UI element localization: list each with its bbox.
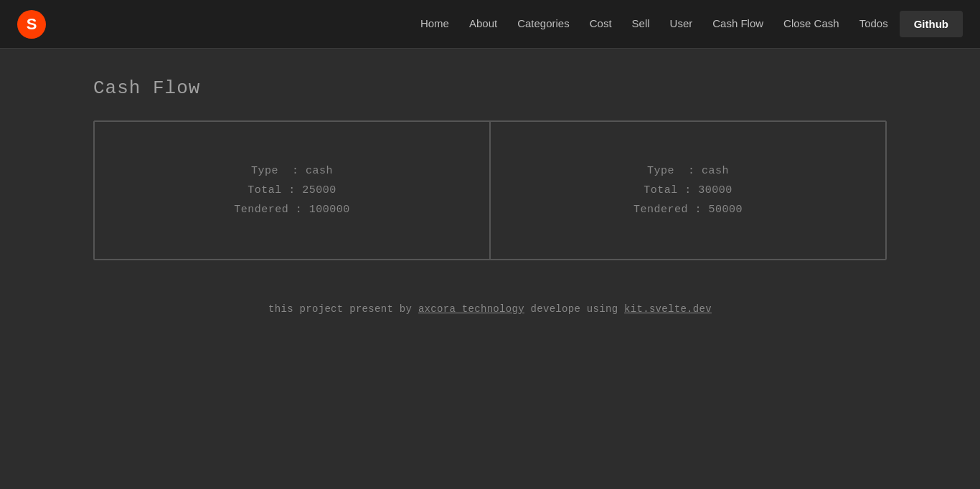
footer-text-middle: develope using <box>524 303 624 315</box>
card-1: Type : cash Total : 25000 Tendered : 100… <box>94 121 490 260</box>
navbar: S Home About Categories Cost Sell User C… <box>0 0 980 49</box>
nav-item-cost[interactable]: Cost <box>590 17 612 31</box>
nav-item-sell[interactable]: Sell <box>632 17 650 31</box>
footer-link-axcora[interactable]: axcora technology <box>418 303 524 315</box>
nav-item-cash-flow[interactable]: Cash Flow <box>712 17 763 31</box>
card-1-total: Total : 25000 <box>248 184 336 196</box>
nav-item-about[interactable]: About <box>469 17 497 31</box>
footer: this project present by axcora technolog… <box>93 303 887 315</box>
footer-link-svelte[interactable]: kit.svelte.dev <box>624 303 712 315</box>
nav-item-home[interactable]: Home <box>420 17 449 31</box>
card-2: Type : cash Total : 30000 Tendered : 500… <box>490 121 886 260</box>
card-2-total: Total : 30000 <box>644 184 732 196</box>
nav-item-user[interactable]: User <box>670 17 693 31</box>
card-2-tendered: Tendered : 50000 <box>633 204 743 216</box>
logo[interactable]: S <box>17 10 46 39</box>
footer-text-before: this project present by <box>268 303 418 315</box>
github-button[interactable]: Github <box>900 11 963 37</box>
nav-item-close-cash[interactable]: Close Cash <box>783 17 839 31</box>
svg-text:S: S <box>27 15 37 33</box>
nav-item-categories[interactable]: Categories <box>517 17 570 31</box>
card-1-type: Type : cash <box>251 165 333 177</box>
nav-item-todos[interactable]: Todos <box>859 17 888 31</box>
main-content: Cash Flow Type : cash Total : 25000 Tend… <box>0 49 980 343</box>
card-1-tendered: Tendered : 100000 <box>234 204 350 216</box>
card-2-type: Type : cash <box>647 165 729 177</box>
page-title: Cash Flow <box>93 77 887 99</box>
nav-links: Home About Categories Cost Sell User Cas… <box>420 17 888 31</box>
cards-container: Type : cash Total : 25000 Tendered : 100… <box>93 120 887 260</box>
